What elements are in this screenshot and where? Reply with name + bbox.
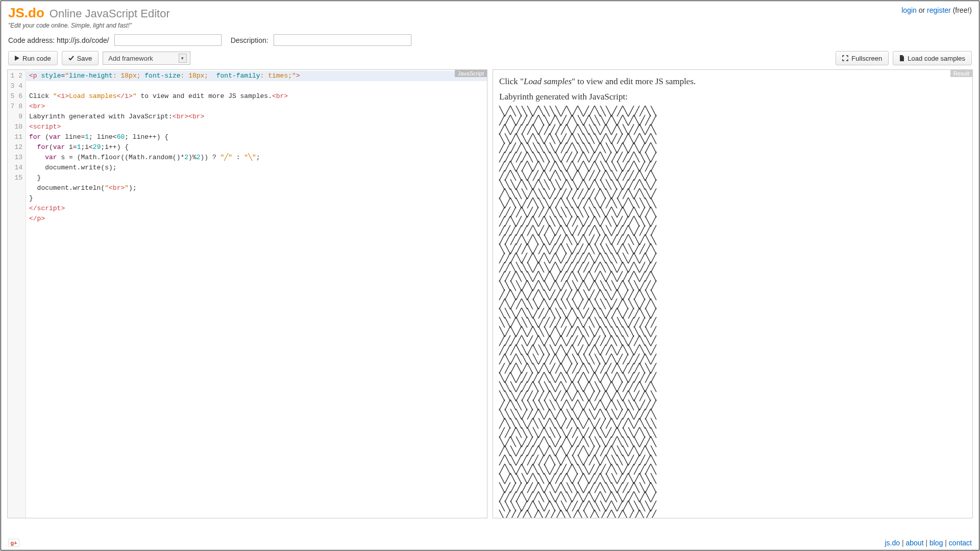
check-icon (68, 56, 74, 61)
footer-link-about[interactable]: about (906, 539, 924, 547)
site-logo[interactable]: JS.do (8, 5, 44, 21)
save-button[interactable]: Save (62, 51, 99, 65)
google-plus-icon[interactable]: g+ (8, 539, 19, 547)
add-framework-label: Add framework (108, 55, 153, 62)
run-code-label: Run code (22, 55, 51, 62)
site-tagline: "Edit your code online. Simple, light an… (8, 22, 972, 29)
description-input[interactable] (274, 34, 411, 46)
language-badge: JavaScript (455, 70, 487, 77)
auth-free-note: (free!) (951, 6, 972, 14)
chevron-down-icon: ▾ (179, 54, 187, 63)
code-editor[interactable]: 1 2 3 4 5 6 7 8 9 10 11 12 13 14 15 <p s… (8, 70, 487, 518)
line-number-gutter: 1 2 3 4 5 6 7 8 9 10 11 12 13 14 15 (8, 70, 26, 518)
result-badge: Result (950, 70, 972, 77)
code-content[interactable]: <p style="line-height: 18px; font-size: … (26, 70, 487, 518)
run-code-button[interactable]: Run code (8, 51, 58, 65)
footer-link-js.do[interactable]: js.do (885, 539, 900, 547)
result-pane: Result Click "Load samples" to view and … (493, 69, 973, 518)
save-label: Save (77, 55, 92, 62)
code-address-label: Code address: http://js.do/code/ (8, 36, 109, 44)
result-intro: Click "Load samples" to view and edit mo… (499, 77, 966, 86)
login-link[interactable]: login (901, 6, 917, 14)
footer-link-contact[interactable]: contact (949, 539, 972, 547)
footer-links: js.do | about | blog | contact (885, 539, 972, 547)
result-heading: Labyrinth generated with JavaScript: (499, 92, 966, 102)
result-content: Click "Load samples" to view and edit mo… (493, 70, 972, 518)
auth-separator: or (917, 6, 927, 14)
load-samples-button[interactable]: Load code samples (893, 51, 972, 65)
maze-output: ╲╱╲╲╲╲╱╲╲╲╲╱╲╱╲╱╱╲╲╲╱╱╲╱╱╱╲╲ ╱╱╲╱╱╱╱╲╲╱╲… (499, 107, 966, 518)
footer-link-blog[interactable]: blog (929, 539, 943, 547)
site-subtitle: Online JavaScript Editor (50, 7, 170, 20)
fullscreen-label: Fullscreen (851, 55, 882, 62)
svg-marker-0 (15, 56, 19, 61)
auth-area: login or register (free!) (901, 6, 972, 14)
code-editor-pane: JavaScript 1 2 3 4 5 6 7 8 9 10 11 12 13… (7, 69, 487, 518)
add-framework-select[interactable]: Add framework ▾ (103, 52, 190, 65)
load-samples-label: Load code samples (908, 55, 965, 62)
description-label: Description: (231, 36, 268, 44)
fullscreen-button[interactable]: Fullscreen (836, 51, 889, 65)
play-icon (15, 56, 19, 61)
fullscreen-icon (842, 55, 848, 61)
register-link[interactable]: register (927, 6, 951, 14)
file-icon (899, 55, 904, 61)
code-address-input[interactable] (114, 34, 222, 46)
